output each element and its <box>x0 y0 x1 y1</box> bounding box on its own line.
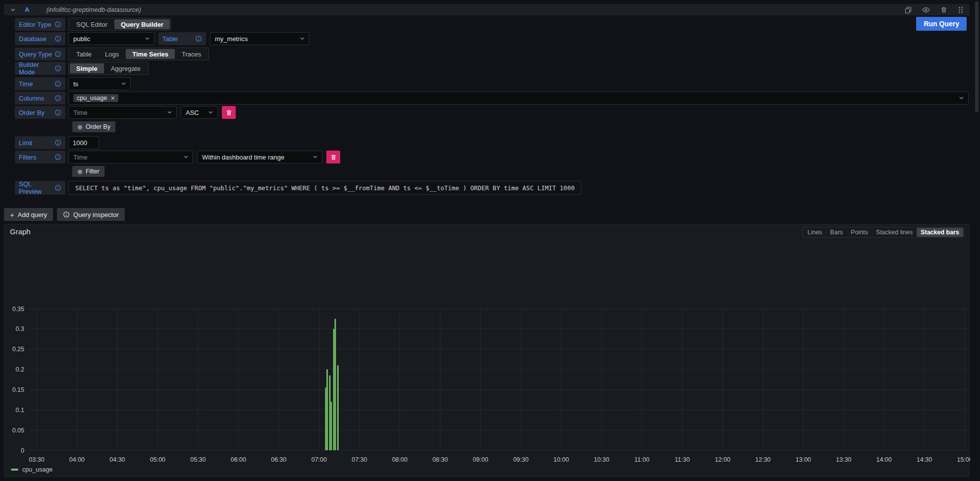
plus-circle-icon: ⊕ <box>77 168 83 175</box>
remove-order-by-button[interactable] <box>222 106 236 119</box>
query-type-option-time-series[interactable]: Time Series <box>126 49 175 59</box>
filters-label: Filters <box>15 151 65 163</box>
info-icon[interactable] <box>54 95 61 102</box>
info-icon[interactable] <box>54 80 61 87</box>
chevron-down-icon <box>208 111 213 114</box>
order-by-field-select[interactable]: Time <box>68 106 177 119</box>
toggle-visibility-eye-icon[interactable] <box>922 7 930 13</box>
builder-mode-row: Builder Mode Simple Aggregate <box>15 62 970 75</box>
legend-item-cpu-usage[interactable]: cpu_usage <box>11 466 52 473</box>
collapse-chevron-icon[interactable] <box>10 7 16 13</box>
drag-handle-icon[interactable] <box>958 6 964 13</box>
builder-mode-option-aggregate[interactable]: Aggregate <box>104 63 147 73</box>
query-inspector-button[interactable]: Query inspector <box>57 208 125 221</box>
mode-tab-bars[interactable]: Bars <box>826 228 847 237</box>
limit-label: Limit <box>15 136 65 149</box>
query-type-option-logs[interactable]: Logs <box>99 49 125 59</box>
info-icon[interactable] <box>195 35 202 42</box>
duplicate-query-icon[interactable] <box>905 6 912 13</box>
graph-panel: Graph Lines Bars Points Stacked lines St… <box>4 224 970 477</box>
svg-text:0.3: 0.3 <box>16 325 24 332</box>
builder-mode-option-simple[interactable]: Simple <box>70 63 104 73</box>
time-column-select[interactable]: ts <box>68 77 131 90</box>
info-icon[interactable] <box>54 35 61 42</box>
filter-field-select[interactable]: Time <box>68 151 193 163</box>
sql-preview-text: SELECT ts as "time", cpu_usage FROM "pub… <box>68 181 581 195</box>
panel-title: Graph <box>10 227 31 236</box>
builder-mode-toggle: Simple Aggregate <box>68 62 149 75</box>
editor-type-option-sql-editor[interactable]: SQL Editor <box>70 19 114 29</box>
info-icon[interactable] <box>54 139 61 146</box>
svg-text:10:00: 10:00 <box>554 456 569 463</box>
builder-mode-label: Builder Mode <box>15 62 65 75</box>
svg-text:11:00: 11:00 <box>634 456 649 463</box>
svg-text:09:30: 09:30 <box>513 456 528 463</box>
database-select[interactable]: public <box>68 32 155 45</box>
info-icon[interactable] <box>54 184 61 191</box>
graph-mode-tabs: Lines Bars Points Stacked lines Stacked … <box>802 227 964 238</box>
svg-text:12:00: 12:00 <box>715 456 730 463</box>
query-type-option-table[interactable]: Table <box>70 49 98 59</box>
info-icon[interactable] <box>54 65 61 72</box>
svg-text:06:30: 06:30 <box>271 456 286 463</box>
limit-input[interactable] <box>68 136 99 149</box>
mode-tab-points[interactable]: Points <box>847 228 872 237</box>
info-icon[interactable] <box>54 21 61 28</box>
mode-tab-stacked-lines[interactable]: Stacked lines <box>872 228 917 237</box>
svg-text:15:00: 15:00 <box>957 456 970 463</box>
svg-text:0.1: 0.1 <box>16 407 24 414</box>
svg-text:06:00: 06:00 <box>231 456 246 463</box>
query-type-label: Query Type <box>15 48 65 60</box>
run-query-button[interactable]: Run Query <box>916 17 967 31</box>
chevron-down-icon <box>313 156 317 159</box>
remove-query-trash-icon[interactable] <box>940 6 947 13</box>
chevron-down-icon <box>184 156 188 159</box>
info-icon[interactable] <box>54 51 61 57</box>
add-query-button[interactable]: + Add query <box>4 208 53 221</box>
svg-text:0.25: 0.25 <box>12 346 24 353</box>
add-filter-button[interactable]: ⊕ Filter <box>72 166 104 177</box>
svg-text:05:30: 05:30 <box>190 456 206 463</box>
columns-multiselect[interactable]: cpu_usage ✕ <box>68 92 969 105</box>
svg-text:04:00: 04:00 <box>69 456 85 463</box>
limit-row: Limit <box>15 136 970 149</box>
remove-tag-icon[interactable]: ✕ <box>110 95 115 102</box>
mode-tab-lines[interactable]: Lines <box>803 228 826 237</box>
filter-condition-select[interactable]: Within dashboard time range <box>197 151 322 163</box>
remove-filter-button[interactable] <box>326 151 340 163</box>
editor-type-option-query-builder[interactable]: Query Builder <box>114 19 170 29</box>
filters-row: Filters Time Within dashboard time range <box>15 151 970 163</box>
sql-preview-row: SQL Preview SELECT ts as "time", cpu_usa… <box>15 181 970 195</box>
table-select[interactable]: my_metrics <box>210 32 309 45</box>
svg-text:13:00: 13:00 <box>796 456 811 463</box>
time-series-chart: 00.050.10.150.20.250.30.3503:3004:0004:3… <box>4 237 970 466</box>
editor-type-label: Editor Type <box>15 18 65 31</box>
svg-text:12:30: 12:30 <box>755 456 771 463</box>
chevron-down-icon <box>167 111 172 114</box>
svg-text:11:30: 11:30 <box>675 456 690 463</box>
chevron-down-icon <box>959 97 964 100</box>
time-label: Time <box>15 77 65 90</box>
svg-text:05:00: 05:00 <box>150 456 165 463</box>
series-name: cpu_usage <box>22 466 52 473</box>
svg-text:09:00: 09:00 <box>473 456 488 463</box>
query-editor-section: A (info8fcc-greptimedb-datasource) <box>4 4 970 221</box>
query-type-option-traces[interactable]: Traces <box>175 49 207 59</box>
columns-label: Columns <box>15 92 65 105</box>
info-icon <box>63 211 70 218</box>
scrollbar[interactable] <box>975 1 979 112</box>
svg-text:13:30: 13:30 <box>836 456 851 463</box>
svg-text:0: 0 <box>21 447 24 454</box>
query-ref-id[interactable]: A <box>25 6 29 13</box>
order-by-row: Order By Time ASC <box>15 106 970 119</box>
sql-preview-label: SQL Preview <box>15 181 65 195</box>
info-icon[interactable] <box>54 109 61 116</box>
order-direction-select[interactable]: ASC <box>181 106 218 119</box>
plus-circle-icon: ⊕ <box>77 123 83 131</box>
svg-text:08:00: 08:00 <box>392 456 408 463</box>
add-order-by-button[interactable]: ⊕ Order By <box>72 121 115 132</box>
query-row-header: A (info8fcc-greptimedb-datasource) <box>4 4 970 15</box>
time-row: Time ts <box>15 77 970 90</box>
mode-tab-stacked-bars[interactable]: Stacked bars <box>917 228 963 237</box>
info-icon[interactable] <box>54 154 61 160</box>
